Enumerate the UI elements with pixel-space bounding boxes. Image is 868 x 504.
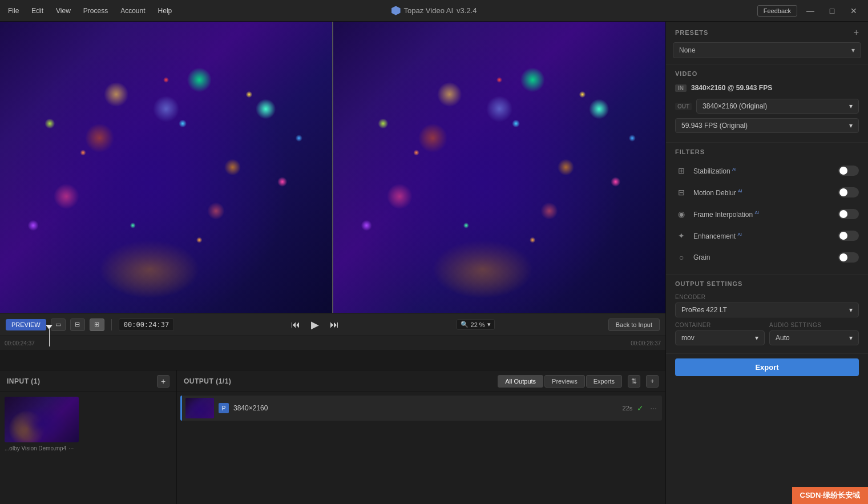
encoder-label: ENCODER <box>675 294 859 300</box>
resolution-dropdown[interactable]: 3840×2160 (Original) ▾ <box>696 99 859 114</box>
playhead[interactable] <box>46 325 53 346</box>
close-button[interactable]: ✕ <box>845 2 862 19</box>
menu-file[interactable]: File <box>6 6 21 16</box>
presets-chevron-icon: ▾ <box>851 46 855 54</box>
in-badge: IN <box>675 84 687 92</box>
grain-toggle[interactable] <box>838 252 859 263</box>
view-mode-split[interactable]: ⊟ <box>70 318 85 331</box>
menu-help[interactable]: Help <box>156 6 175 16</box>
fps-dropdown[interactable]: 59.943 FPS (Original) ▾ <box>675 118 859 133</box>
menu-account[interactable]: Account <box>118 6 147 16</box>
output-panel: OUTPUT (1/1) All Outputs Previews Export… <box>177 370 665 504</box>
main-layout: PREVIEW ▭ ⊟ ⊞ 00:00:24:37 ⏮ ▶ ⏭ 🔍 22 % ▾… <box>0 22 868 504</box>
view-mode-side-by-side[interactable]: ⊞ <box>90 318 104 331</box>
stabilization-label: Stabilization AI <box>693 167 833 175</box>
tab-all-outputs[interactable]: All Outputs <box>498 375 543 388</box>
video-out-row: OUT 3840×2160 (Original) ▾ <box>666 96 868 116</box>
timeline-end-time: 00:00:28:37 <box>631 340 661 346</box>
fps-chevron-icon: ▾ <box>849 122 853 130</box>
menu-view[interactable]: View <box>54 6 73 16</box>
view-mode-single[interactable]: ▭ <box>51 318 66 331</box>
filters-section-label: FILTERS <box>666 143 868 160</box>
tab-previews[interactable]: Previews <box>544 375 585 388</box>
output-item-menu-button[interactable]: ··· <box>648 404 659 413</box>
frame-interpolation-label: Frame Interpolation AI <box>693 210 833 219</box>
input-filename: ...olby Vision Demo.mp4 <box>5 445 66 451</box>
playhead-triangle <box>46 325 53 329</box>
motion-deblur-label: Motion Deblur AI <box>693 188 833 197</box>
input-thumbnail <box>5 397 79 442</box>
presets-dropdown[interactable]: None ▾ <box>673 42 861 58</box>
export-button[interactable]: Export <box>675 358 859 376</box>
tab-exports[interactable]: Exports <box>586 375 622 388</box>
filter-stabilization-row: ⊞ Stabilization AI <box>666 160 868 182</box>
input-more-icon[interactable]: ··· <box>68 445 74 451</box>
table-row: P 3840×2160 22s ✓ ··· <box>180 396 662 421</box>
zoom-value: 22 % <box>471 321 485 328</box>
add-preset-button[interactable]: + <box>854 27 859 38</box>
video-left-frame <box>0 22 332 313</box>
filter-grain-row: ○ Grain <box>666 247 868 268</box>
motion-deblur-toggle[interactable] <box>838 187 859 197</box>
container-chevron-icon: ▾ <box>755 334 758 342</box>
input-panel-label: INPUT (1) <box>7 377 41 385</box>
watermark: CSDN·绿纷长安域 <box>792 487 868 504</box>
output-p-badge: P <box>219 403 229 413</box>
encoder-dropdown[interactable]: ProRes 422 LT ▾ <box>675 303 859 317</box>
menu-edit[interactable]: Edit <box>29 6 46 16</box>
timeline-track[interactable] <box>0 350 665 370</box>
input-panel: INPUT (1) + ...olby Vision Demo.mp4 ··· <box>0 370 177 504</box>
output-tabs: All Outputs Previews Exports <box>498 375 622 388</box>
stabilization-icon: ⊞ <box>675 164 688 177</box>
frame-interpolation-icon: ◉ <box>675 208 688 220</box>
container-dropdown[interactable]: mov ▾ <box>675 330 765 345</box>
timecode-display: 00:00:24:37 <box>119 318 174 331</box>
input-content: ...olby Vision Demo.mp4 ··· <box>0 392 176 456</box>
output-thumbnail <box>185 398 214 418</box>
preview-button[interactable]: PREVIEW <box>6 319 46 330</box>
titlebar-right: Feedback — □ ✕ <box>757 2 862 19</box>
speckles-right <box>333 22 665 313</box>
maximize-button[interactable]: □ <box>823 2 841 19</box>
step-forward-button[interactable]: ⏭ <box>326 317 342 333</box>
add-input-button[interactable]: + <box>157 375 169 388</box>
menu-process[interactable]: Process <box>81 6 110 16</box>
grain-icon: ○ <box>675 251 688 264</box>
video-left-panel <box>0 22 332 313</box>
video-right-panel <box>333 22 665 313</box>
audio-label: AUDIO SETTINGS <box>769 322 859 328</box>
stabilization-toggle[interactable] <box>838 166 859 176</box>
back-to-input-button[interactable]: Back to Input <box>608 318 660 331</box>
video-in-info: 3840×2160 @ 59.943 FPS <box>691 84 772 92</box>
speckles-left <box>0 22 332 313</box>
container-value: mov <box>681 334 695 342</box>
video-preview-area <box>0 22 665 313</box>
container-label: CONTAINER <box>675 322 765 328</box>
menu-bar: File Edit View Process Account Help <box>6 6 174 16</box>
filters-section: FILTERS ⊞ Stabilization AI ⊟ Motion Debl… <box>666 143 868 275</box>
minimize-button[interactable]: — <box>802 2 819 19</box>
audio-col: AUDIO SETTINGS Auto ▾ <box>769 322 859 345</box>
feedback-button[interactable]: Feedback <box>757 5 797 17</box>
play-button[interactable]: ▶ <box>307 317 323 333</box>
controls-separator <box>111 319 112 330</box>
audio-dropdown[interactable]: Auto ▾ <box>769 330 859 345</box>
resolution-chevron-icon: ▾ <box>849 102 853 110</box>
presets-section: PRESETS + None ▾ <box>666 22 868 64</box>
enhancement-label: Enhancement AI <box>693 232 833 240</box>
step-back-button[interactable]: ⏮ <box>288 317 304 333</box>
enhancement-toggle[interactable] <box>838 231 859 241</box>
zoom-control[interactable]: 🔍 22 % ▾ <box>457 319 495 330</box>
output-more-button[interactable]: + <box>646 375 659 388</box>
output-sort-button[interactable]: ⇅ <box>628 375 640 388</box>
encoder-value: ProRes 422 LT <box>681 306 727 314</box>
output-thumb-overlay <box>185 398 214 418</box>
output-content: P 3840×2160 22s ✓ ··· <box>177 392 665 424</box>
center-panel: PREVIEW ▭ ⊟ ⊞ 00:00:24:37 ⏮ ▶ ⏭ 🔍 22 % ▾… <box>0 22 665 504</box>
presets-label: PRESETS <box>675 29 708 36</box>
output-settings-section: OUTPUT SETTINGS ENCODER ProRes 422 LT ▾ … <box>666 275 868 353</box>
out-badge: OUT <box>675 103 692 110</box>
titlebar: File Edit View Process Account Help Topa… <box>0 0 868 22</box>
frame-interpolation-toggle[interactable] <box>838 209 859 219</box>
video-section-label: VIDEO <box>666 64 868 82</box>
